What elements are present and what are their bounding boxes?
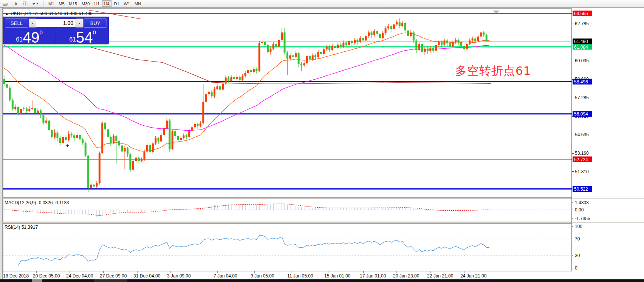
buy-price-pips: 54 xyxy=(76,31,93,44)
svg-text:17 Jan 01:00: 17 Jan 01:00 xyxy=(360,273,386,279)
svg-text:60.035: 60.035 xyxy=(575,58,589,63)
buy-button[interactable]: BUY xyxy=(84,18,107,28)
svg-text:56.094: 56.094 xyxy=(574,111,588,117)
svg-text:61.084: 61.084 xyxy=(574,45,588,50)
sell-price-point: 0 xyxy=(39,29,42,35)
volume-input[interactable] xyxy=(36,19,76,27)
svg-text:0.00: 0.00 xyxy=(575,207,584,213)
chart-symbol-period: UKOil-,H4 xyxy=(11,11,31,16)
one-click-trading-panel: SELL ▼ ▲ BUY 61490 61540 xyxy=(3,17,109,44)
svg-text:61.490: 61.490 xyxy=(574,39,588,44)
svg-text:20 Jan 23:00: 20 Jan 23:00 xyxy=(393,273,420,279)
svg-text:15 Jan 01:00: 15 Jan 01:00 xyxy=(324,273,351,279)
svg-text:31 Dec 04:00: 31 Dec 04:00 xyxy=(133,273,161,279)
buy-price-head: 61 xyxy=(69,37,76,43)
svg-text:0: 0 xyxy=(575,265,577,271)
svg-text:18 Dec 2018: 18 Dec 2018 xyxy=(3,273,29,279)
svg-text:63.565: 63.565 xyxy=(574,11,588,16)
sell-price-head: 61 xyxy=(16,37,23,43)
bottom-tab-strip[interactable] xyxy=(0,279,644,282)
svg-text:58.496: 58.496 xyxy=(574,79,588,85)
chart-annotation: 多空转折点61 xyxy=(455,63,531,79)
volume-increase-button[interactable]: ▲ xyxy=(76,18,83,28)
sell-price-pips: 49 xyxy=(23,31,40,44)
bottom-strip-segment xyxy=(94,279,127,282)
buy-price[interactable]: 61540 xyxy=(56,29,109,45)
svg-text:54.535: 54.535 xyxy=(575,132,589,137)
sell-button[interactable]: SELL xyxy=(5,18,28,28)
svg-text:20 Dec 05:00: 20 Dec 05:00 xyxy=(33,273,60,279)
svg-text:50.522: 50.522 xyxy=(574,186,588,192)
svg-text:24 Jan 21:00: 24 Jan 21:00 xyxy=(460,273,487,279)
svg-text:24 Dec 04:00: 24 Dec 04:00 xyxy=(66,273,93,279)
mt4-terminal: F A T ❖▼ M1M5M15M30H1H4D1W1MN 62.78560.0… xyxy=(0,0,644,282)
svg-text:30: 30 xyxy=(575,253,580,258)
sell-price[interactable]: 61490 xyxy=(3,29,56,45)
buy-price-point: 0 xyxy=(93,29,96,35)
svg-text:-1.7355: -1.7355 xyxy=(575,216,590,221)
svg-text:27 Dec 09:00: 27 Dec 09:00 xyxy=(100,273,127,279)
svg-text:51.810: 51.810 xyxy=(575,169,589,174)
svg-text:11 Jan 05:00: 11 Jan 05:00 xyxy=(287,273,313,279)
svg-text:57.285: 57.285 xyxy=(575,95,589,100)
chart-ohlc-values: 61.500 61.540 61.480 61.490 xyxy=(33,11,93,16)
svg-text:100: 100 xyxy=(575,224,582,229)
svg-text:1.4303: 1.4303 xyxy=(575,200,589,205)
svg-text:9 Jan 05:00: 9 Jan 05:00 xyxy=(251,273,274,279)
svg-text:53.160: 53.160 xyxy=(575,151,589,156)
chevron-down-icon: ▼ xyxy=(31,22,34,25)
rsi-label: RSI(14) 51.3917 xyxy=(5,225,38,230)
chevron-up-icon: ▲ xyxy=(78,22,81,25)
svg-text:3 Jan 09:00: 3 Jan 09:00 xyxy=(167,273,191,279)
svg-text:70: 70 xyxy=(575,236,580,242)
svg-text:62.785: 62.785 xyxy=(575,21,589,26)
macd-label: MACD(12,26,9) -0.0326 -0.1133 xyxy=(5,200,69,205)
svg-text:52.724: 52.724 xyxy=(574,157,588,162)
volume-decrease-button[interactable]: ▼ xyxy=(29,18,36,28)
chart-title: ▲ UKOil-,H4 61.500 61.540 61.480 61.490 xyxy=(5,11,93,16)
bottom-strip-segment xyxy=(32,279,42,282)
collapse-triangle-icon[interactable]: ▲ xyxy=(5,12,8,15)
svg-text:22 Jan 21:00: 22 Jan 21:00 xyxy=(427,273,454,279)
svg-text:7 Jan 04:00: 7 Jan 04:00 xyxy=(214,273,237,279)
